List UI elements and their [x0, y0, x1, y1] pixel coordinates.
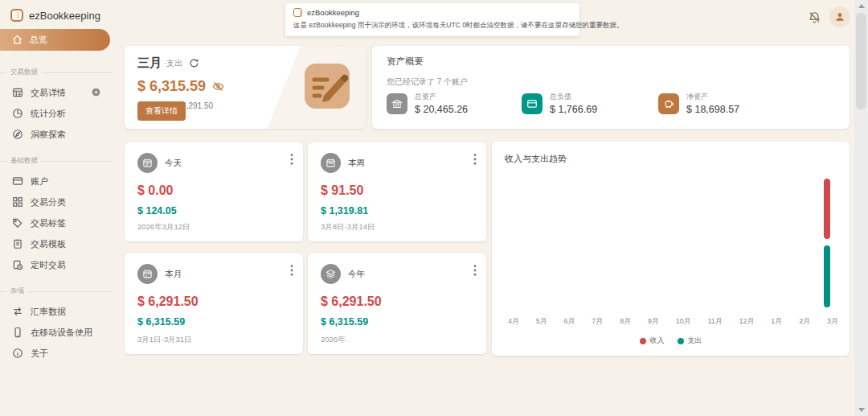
income-amount: $ 91.50: [321, 183, 473, 198]
income-expense-trend-card: 收入与支出趋势 4月 5月 6月 7月 8月 9月 10月 11月 12月 1月…: [492, 142, 850, 356]
sidebar-item-tags[interactable]: 交易标签: [0, 212, 119, 233]
sidebar-item-label: 账户: [31, 175, 48, 187]
scrollbar-thumb[interactable]: [856, 13, 866, 109]
piggy-bank-icon: [658, 93, 679, 114]
sidebar-section-basic-data: 基础数据: [0, 156, 113, 166]
sidebar-item-overview[interactable]: 总览: [0, 29, 110, 51]
stat-net-assets: 净资产 $ 18,698.57: [658, 92, 739, 115]
sidebar-item-label: 交易详情: [31, 87, 66, 99]
sidebar-item-scheduled[interactable]: 定时交易: [0, 254, 119, 275]
sidebar-item-templates[interactable]: 交易模板: [0, 233, 119, 254]
summary-card-title: 今天: [165, 158, 182, 169]
card-menu-button[interactable]: [472, 263, 478, 278]
expense-amount: $ 1,319.81: [321, 205, 473, 216]
x-tick: 8月: [620, 316, 631, 327]
sidebar-item-accounts[interactable]: 账户: [0, 171, 119, 192]
assets-subtitle: 您已经记录了 7 个账户: [387, 76, 835, 88]
month-title: 三月: [137, 56, 162, 71]
sidebar-section-transactions: 交易数据: [0, 68, 113, 77]
credit-card-icon: [522, 93, 542, 114]
card-menu-button[interactable]: [289, 152, 295, 167]
credit-card-icon: [12, 175, 23, 187]
expense-bar-march: [824, 245, 830, 307]
app-logo[interactable]: ezBookkeeping: [0, 0, 119, 22]
x-tick: 9月: [648, 316, 659, 327]
summary-card-year: 今年 $ 6,291.50 $ 6,315.59 2026年: [308, 253, 486, 354]
x-tick: 7月: [592, 316, 603, 327]
sidebar-item-about[interactable]: 关于: [0, 343, 119, 364]
sidebar-item-label: 总览: [30, 34, 47, 46]
sidebar: ezBookkeeping 总览 交易数据 交易详情 统计分析: [0, 0, 119, 416]
sidebar-item-transaction-details[interactable]: 交易详情: [0, 82, 119, 103]
summary-card-title: 本月: [165, 269, 182, 280]
expense-amount: $ 124.05: [137, 205, 290, 216]
period-label: 2026年3月12日: [137, 222, 190, 233]
x-axis: 4月 5月 6月 7月 8月 9月 10月 11月 12月 1月 2月 3月: [508, 316, 838, 327]
sidebar-section-misc: 杂项: [0, 286, 113, 296]
clipboard-icon: [12, 238, 23, 249]
period-label: 2026年: [321, 335, 346, 345]
sidebar-item-label: 在移动设备使用: [31, 327, 92, 339]
sidebar-item-exchange-rates[interactable]: 汇率数据: [0, 301, 119, 322]
stat-label: 总负债: [550, 92, 597, 102]
x-tick: 2月: [799, 316, 810, 327]
stat-label: 总资产: [415, 92, 468, 102]
eye-off-icon[interactable]: [212, 80, 224, 93]
x-tick: 12月: [739, 316, 755, 327]
expense-amount: $ 6,315.59: [137, 316, 290, 327]
phone-icon: [12, 327, 23, 338]
person-icon: [834, 11, 845, 23]
stat-value: $ 20,465.26: [415, 104, 468, 115]
chart-title: 收入与支出趋势: [505, 153, 837, 165]
sidebar-item-label: 定时交易: [31, 259, 66, 271]
vertical-scrollbar[interactable]: [854, 0, 868, 416]
layers-icon: [321, 264, 341, 284]
stat-value: $ 18,698.57: [686, 104, 739, 115]
card-menu-button[interactable]: [289, 263, 295, 278]
legend-income[interactable]: 收入: [640, 336, 665, 346]
banner-logo-icon: [293, 8, 302, 17]
x-tick: 4月: [508, 316, 519, 327]
summary-card-title: 今年: [348, 269, 365, 280]
scroll-up-arrow[interactable]: [858, 4, 865, 8]
expense-dot-icon: [678, 338, 684, 344]
sidebar-item-insights[interactable]: 洞察探索: [0, 124, 119, 145]
refresh-icon[interactable]: [189, 58, 199, 68]
sidebar-item-label: 关于: [31, 348, 48, 360]
calendar-day-icon: [137, 153, 158, 173]
sidebar-item-categories[interactable]: 交易分类: [0, 192, 119, 212]
month-subtitle: ·支出: [164, 58, 182, 69]
view-details-button[interactable]: 查看详情: [137, 101, 186, 121]
stat-value: $ 1,766.69: [550, 104, 597, 115]
app-logo-icon: [10, 9, 23, 22]
sidebar-item-mobile[interactable]: 在移动设备使用: [0, 322, 119, 343]
sidebar-item-label: 交易模板: [31, 238, 66, 250]
summary-card-month: 本月 $ 6,291.50 $ 6,315.59 3月1日-3月31日: [125, 253, 303, 354]
app-title: ezBookkeeping: [29, 10, 100, 22]
sidebar-item-statistics[interactable]: 统计分析: [0, 103, 119, 124]
x-tick: 1月: [771, 316, 782, 327]
add-transaction-button[interactable]: [91, 87, 101, 97]
home-icon: [12, 35, 23, 45]
legend-expense[interactable]: 支出: [678, 336, 702, 346]
grid-icon: [12, 196, 23, 208]
x-tick: 5月: [536, 316, 547, 327]
income-bar-march: [824, 179, 830, 239]
x-tick: 10月: [676, 316, 691, 327]
exchange-arrows-icon: [12, 306, 23, 317]
expense-amount: $ 6,315.59: [321, 316, 473, 327]
assets-summary-card: 资产概要 您已经记录了 7 个账户 总资产 $ 20,465.26 总负债 $ …: [372, 46, 850, 129]
month-overview-card: 三月 ·支出 $ 6,315.59 当月收入 $ 6,291.50 查看详情: [125, 46, 366, 129]
sidebar-item-label: 交易分类: [31, 196, 66, 208]
sidebar-item-label: 洞察探索: [31, 129, 66, 141]
sidebar-item-label: 汇率数据: [31, 306, 66, 318]
stat-total-assets: 总资产 $ 20,465.26: [387, 92, 468, 115]
info-icon: [12, 348, 23, 359]
period-label: 3月1日-3月31日: [137, 335, 192, 345]
notifications-off-icon[interactable]: [808, 10, 821, 24]
user-avatar-button[interactable]: [829, 6, 850, 27]
compass-icon: [12, 129, 23, 140]
scroll-down-arrow[interactable]: [858, 408, 865, 412]
x-tick: 6月: [564, 316, 575, 327]
card-menu-button[interactable]: [472, 152, 478, 167]
